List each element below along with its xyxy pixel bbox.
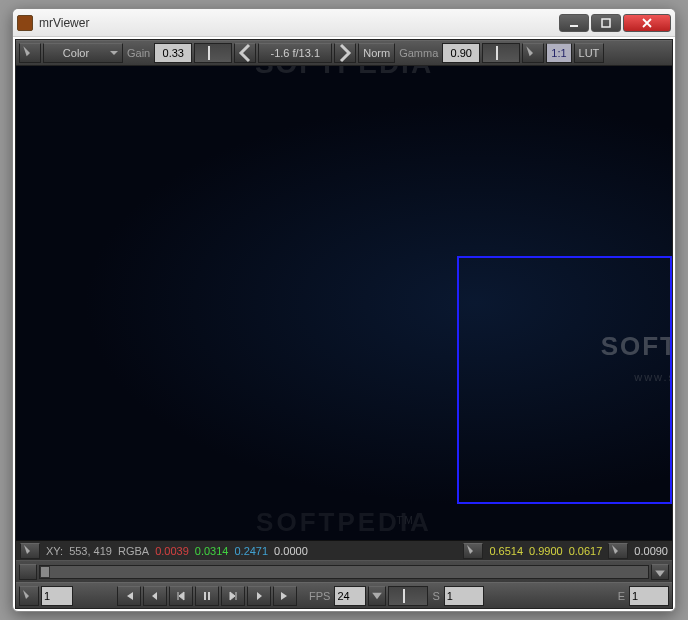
- sat-value: 0.9900: [529, 545, 563, 557]
- info-pin3-icon[interactable]: [608, 543, 628, 559]
- gamma-input[interactable]: [442, 43, 480, 63]
- info-pin1-icon[interactable]: [20, 543, 40, 559]
- frame-input[interactable]: [41, 586, 73, 606]
- fstop-next-button[interactable]: [334, 43, 356, 63]
- end-label: E: [616, 590, 627, 602]
- pixel-info-bar: XY: 553, 419 RGBA 0.0039 0.0314 0.2471 0…: [16, 540, 672, 560]
- app-icon: [17, 15, 33, 31]
- step-back-button[interactable]: [143, 586, 167, 606]
- timeline-end-button[interactable]: [651, 564, 669, 580]
- blue-value: 0.2471: [234, 545, 268, 557]
- minimize-button[interactable]: [559, 14, 589, 32]
- step-fwd-button[interactable]: [247, 586, 271, 606]
- hue-value: 0.6514: [489, 545, 523, 557]
- speed-slider[interactable]: [388, 586, 428, 606]
- watermark-top: SOFTPEDIA: [255, 66, 433, 80]
- val-value: 0.0617: [569, 545, 603, 557]
- timeline-start-button[interactable]: [19, 564, 37, 580]
- timeline: [16, 560, 672, 582]
- playbar-pin-icon[interactable]: [19, 586, 39, 606]
- viewport[interactable]: SOFTPEDIA SOFT www.s SOFTPEDIA TM: [16, 66, 672, 540]
- goto-start-button[interactable]: [117, 586, 141, 606]
- alpha-value: 0.0000: [274, 545, 308, 557]
- start-label: S: [430, 590, 441, 602]
- playback-bar: FPS S E: [16, 582, 672, 608]
- pin2-icon[interactable]: [522, 43, 544, 63]
- play-back-button[interactable]: [169, 586, 193, 606]
- fstop-prev-button[interactable]: [234, 43, 256, 63]
- svg-rect-2: [204, 592, 206, 600]
- gamma-slider[interactable]: [482, 43, 520, 63]
- color-menu[interactable]: Color: [43, 43, 123, 63]
- svg-rect-0: [570, 25, 578, 27]
- pin-icon[interactable]: [19, 43, 41, 63]
- fps-menu-button[interactable]: [368, 586, 386, 606]
- watermark-tm: TM: [396, 515, 414, 526]
- gain-input[interactable]: [154, 43, 192, 63]
- xy-value: 553, 419: [69, 545, 112, 557]
- end-frame-input[interactable]: [629, 586, 669, 606]
- play-fwd-button[interactable]: [221, 586, 245, 606]
- lum-value: 0.0090: [634, 545, 668, 557]
- color-menu-label: Color: [63, 47, 89, 59]
- gamma-label: Gamma: [397, 47, 440, 59]
- normalize-button[interactable]: Norm: [358, 43, 395, 63]
- green-value: 0.0314: [195, 545, 229, 557]
- xy-label: XY:: [46, 545, 63, 557]
- info-pin2-icon[interactable]: [463, 543, 483, 559]
- gain-label: Gain: [125, 47, 152, 59]
- pause-button[interactable]: [195, 586, 219, 606]
- selection-box[interactable]: [457, 256, 672, 504]
- close-button[interactable]: [623, 14, 671, 32]
- maximize-button[interactable]: [591, 14, 621, 32]
- timeline-track[interactable]: [39, 565, 649, 579]
- start-frame-input[interactable]: [444, 586, 484, 606]
- rgba-label: RGBA: [118, 545, 149, 557]
- goto-end-button[interactable]: [273, 586, 297, 606]
- svg-rect-1: [602, 19, 610, 27]
- fstop-display: -1.6 f/13.1: [258, 43, 332, 63]
- fps-label: FPS: [307, 590, 332, 602]
- lut-button[interactable]: LUT: [574, 43, 605, 63]
- top-toolbar: Color Gain -1.6 f/13.1 Norm Gamma 1:1 LU…: [16, 40, 672, 66]
- red-value: 0.0039: [155, 545, 189, 557]
- svg-rect-3: [208, 592, 210, 600]
- ratio-button[interactable]: 1:1: [546, 43, 571, 63]
- window-title: mrViewer: [39, 16, 559, 30]
- fps-input[interactable]: [334, 586, 366, 606]
- titlebar: mrViewer: [13, 9, 675, 37]
- gain-slider[interactable]: [194, 43, 232, 63]
